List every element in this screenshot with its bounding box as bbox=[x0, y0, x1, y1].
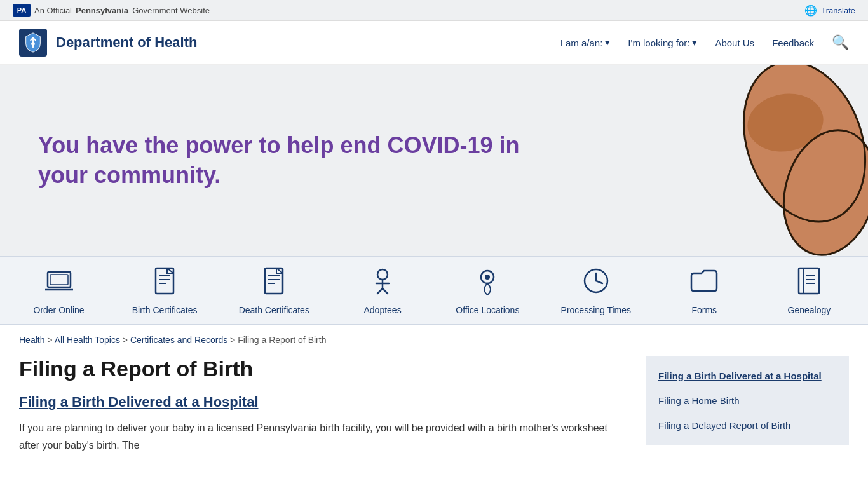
hero-headline: You have the power to help end COVID-19 … bbox=[38, 131, 534, 191]
chevron-down-icon: ▾ bbox=[605, 37, 610, 48]
nav-label-adoptees: Adoptees bbox=[363, 305, 401, 315]
breadcrumb-all-health-topics[interactable]: All Health Topics bbox=[55, 335, 120, 345]
dept-logo bbox=[19, 29, 47, 57]
section-heading: Filing a Birth Delivered at a Hospital bbox=[19, 394, 620, 410]
nav-i-am-a[interactable]: I am a/an: ▾ bbox=[560, 37, 611, 48]
breadcrumb-certificates-records[interactable]: Certificates and Records bbox=[130, 335, 227, 345]
location-pin-icon bbox=[472, 266, 503, 300]
pa-logo: PA bbox=[13, 4, 31, 17]
translate-label: Translate bbox=[821, 6, 855, 15]
svg-point-0 bbox=[31, 42, 35, 46]
nav-label-genealogy: Genealogy bbox=[788, 305, 831, 315]
document-lines-icon bbox=[149, 266, 180, 300]
dept-name: Department of Health bbox=[56, 34, 197, 51]
breadcrumb: Health > All Health Topics > Certificate… bbox=[19, 335, 849, 345]
svg-rect-29 bbox=[799, 268, 819, 294]
breadcrumb-bar: Health > All Health Topics > Certificate… bbox=[0, 325, 868, 350]
search-icon[interactable]: 🔍 bbox=[832, 34, 849, 51]
header-nav: I am a/an: ▾ I'm looking for: ▾ About Us… bbox=[560, 34, 849, 51]
folder-icon bbox=[689, 266, 719, 300]
main-content: Filing a Report of Birth Filing a Birth … bbox=[0, 350, 868, 473]
sidebar-link-hospital[interactable]: Filing a Birth Delivered at a Hospital bbox=[658, 369, 836, 383]
breadcrumb-current: Filing a Report of Birth bbox=[238, 335, 326, 345]
nav-label-birth-certificates: Birth Certificates bbox=[132, 305, 198, 315]
svg-rect-9 bbox=[156, 268, 173, 294]
sidebar-link-delayed-report[interactable]: Filing a Delayed Report of Birth bbox=[658, 419, 836, 432]
book-icon bbox=[794, 266, 824, 300]
nav-item-processing-times[interactable]: Processing Times bbox=[561, 266, 631, 315]
svg-line-22 bbox=[377, 288, 383, 294]
header-brand: Department of Health bbox=[19, 29, 197, 57]
nav-item-birth-certificates[interactable]: Birth Certificates bbox=[132, 266, 198, 315]
translate-button[interactable]: 🌐 Translate bbox=[804, 4, 855, 17]
content-area: Filing a Report of Birth Filing a Birth … bbox=[19, 356, 646, 454]
document-check-icon bbox=[259, 266, 289, 300]
breadcrumb-separator-2: > bbox=[123, 335, 130, 345]
official-text: An Official bbox=[34, 6, 72, 15]
person-circle-icon bbox=[367, 266, 398, 300]
svg-point-25 bbox=[485, 275, 489, 279]
nav-item-adoptees[interactable]: Adoptees bbox=[351, 266, 414, 315]
nav-feedback[interactable]: Feedback bbox=[772, 37, 814, 48]
page-title: Filing a Report of Birth bbox=[19, 356, 620, 381]
chevron-down-icon: ▾ bbox=[692, 37, 697, 48]
nav-label-forms: Forms bbox=[691, 305, 717, 315]
nav-about-us[interactable]: About Us bbox=[715, 37, 754, 48]
svg-line-23 bbox=[383, 288, 388, 294]
sidebar: Filing a Birth Delivered at a Hospital F… bbox=[646, 356, 849, 454]
nav-label-office-locations: Office Locations bbox=[456, 305, 519, 315]
svg-point-19 bbox=[377, 269, 388, 280]
hero-text: You have the power to help end COVID-19 … bbox=[0, 93, 572, 229]
nav-item-forms[interactable]: Forms bbox=[672, 266, 736, 315]
nav-label-death-certificates: Death Certificates bbox=[239, 305, 309, 315]
laptop-icon bbox=[44, 266, 74, 300]
nav-label-order-online: Order Online bbox=[34, 305, 85, 315]
site-header: Department of Health I am a/an: ▾ I'm lo… bbox=[0, 21, 868, 65]
breadcrumb-separator-1: > bbox=[47, 335, 54, 345]
pennsylvania-text: Pennsylvania bbox=[76, 6, 128, 15]
nav-item-office-locations[interactable]: Office Locations bbox=[456, 266, 519, 315]
nav-item-genealogy[interactable]: Genealogy bbox=[777, 266, 841, 315]
body-text: If you are planning to deliver your baby… bbox=[19, 419, 620, 454]
icon-nav-bar: Order Online Birth Certificates bbox=[0, 256, 868, 325]
top-bar: PA An Official Pennsylvania Government W… bbox=[0, 0, 868, 21]
sidebar-box: Filing a Birth Delivered at a Hospital F… bbox=[646, 356, 849, 445]
nav-item-death-certificates[interactable]: Death Certificates bbox=[239, 266, 309, 315]
breadcrumb-separator-3: > bbox=[230, 335, 238, 345]
svg-line-28 bbox=[596, 281, 602, 283]
hero-image bbox=[627, 65, 868, 256]
hero-banner: You have the power to help end COVID-19 … bbox=[0, 65, 868, 256]
nav-label-processing-times: Processing Times bbox=[561, 305, 631, 315]
nav-item-order-online[interactable]: Order Online bbox=[27, 266, 91, 315]
clock-icon bbox=[581, 266, 611, 300]
official-gov-notice: PA An Official Pennsylvania Government W… bbox=[13, 4, 210, 17]
svg-rect-14 bbox=[265, 268, 283, 294]
breadcrumb-health[interactable]: Health bbox=[19, 335, 44, 345]
svg-rect-8 bbox=[50, 274, 68, 285]
hero-illustration bbox=[652, 65, 868, 256]
sidebar-link-home-birth[interactable]: Filing a Home Birth bbox=[658, 394, 836, 407]
nav-im-looking-for[interactable]: I'm looking for: ▾ bbox=[628, 37, 697, 48]
gov-text: Government Website bbox=[132, 6, 210, 15]
globe-icon: 🌐 bbox=[804, 4, 817, 17]
